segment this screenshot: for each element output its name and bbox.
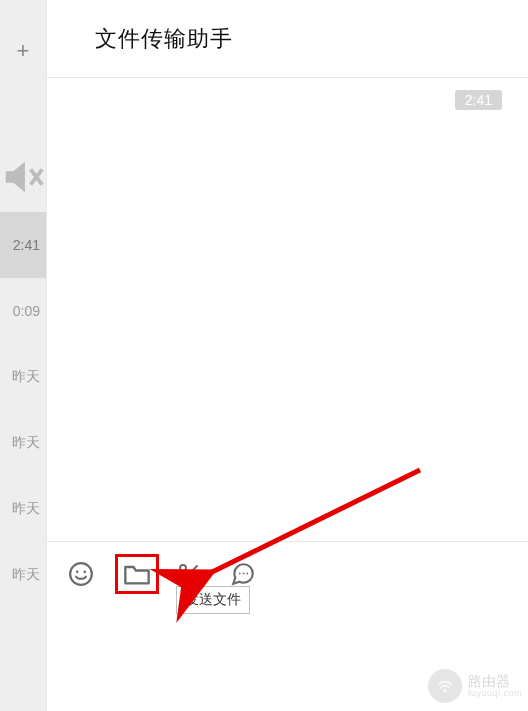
svg-point-3 [76,571,79,574]
svg-rect-13 [443,689,446,692]
input-toolbar: ▾ [65,554,510,594]
folder-icon [123,562,151,586]
conversation-item[interactable]: 昨天 [0,542,46,608]
sidebar: + 2:41 0:09 昨天 昨天 昨天 昨天 [0,0,46,711]
conversation-item[interactable]: 2:41 [0,212,46,278]
emoji-icon [68,561,94,587]
emoji-button[interactable] [65,558,97,590]
svg-point-4 [83,571,86,574]
svg-point-2 [70,563,92,585]
scissors-icon [177,562,201,586]
screenshot-button[interactable]: ▾ [177,562,209,586]
send-file-button[interactable] [115,554,159,594]
watermark-domain: fuyouqi.com [468,689,522,698]
conversation-list: 2:41 0:09 昨天 昨天 昨天 昨天 [0,212,46,608]
svg-point-10 [243,573,245,575]
conversation-time: 昨天 [12,368,40,386]
main-panel: 文件传输助手 2:41 [46,0,528,711]
watermark-icon [428,669,462,703]
conversation-time: 2:41 [13,237,40,253]
conversation-item[interactable]: 昨天 [0,476,46,542]
app-root: + 2:41 0:09 昨天 昨天 昨天 昨天 文件传输助手 [0,0,528,711]
watermark-brand: 路由器 [468,674,522,689]
chat-bubble-icon [230,561,256,587]
mute-icon [0,62,46,212]
page-title: 文件传输助手 [95,24,233,54]
svg-point-11 [246,573,248,575]
conversation-time: 昨天 [12,500,40,518]
watermark: 路由器 fuyouqi.com [428,669,522,703]
conversation-item[interactable]: 昨天 [0,410,46,476]
conversation-time: 昨天 [12,566,40,584]
add-button[interactable]: + [12,40,34,62]
message-timestamp: 2:41 [455,90,502,110]
send-file-tooltip: 发送文件 [176,586,250,614]
chevron-down-icon: ▾ [203,568,209,581]
conversation-item[interactable]: 0:09 [0,278,46,344]
conversation-time: 0:09 [13,303,40,319]
conversation-item[interactable]: 昨天 [0,344,46,410]
chat-header: 文件传输助手 [47,0,528,78]
svg-point-9 [239,573,241,575]
conversation-time: 昨天 [12,434,40,452]
chat-area[interactable]: 2:41 [47,78,528,541]
